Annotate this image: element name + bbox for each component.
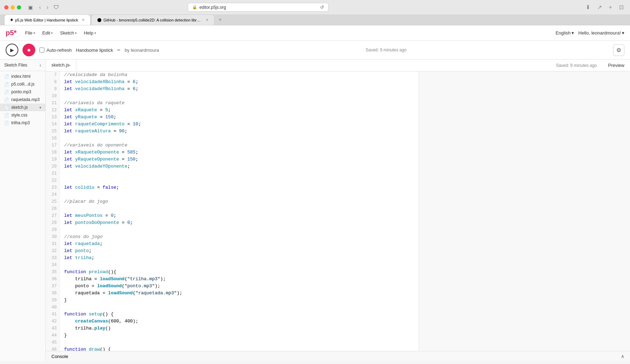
- code-line[interactable]: let pontosDoOponente = 0;: [64, 219, 414, 226]
- code-line[interactable]: let velocidadeYBolinha = 6;: [64, 86, 414, 93]
- preview-label: Preview: [603, 60, 630, 71]
- tab2-close[interactable]: ✕: [206, 18, 208, 22]
- code-line[interactable]: }: [64, 297, 414, 304]
- close-button[interactable]: [4, 5, 8, 10]
- code-line[interactable]: [64, 205, 414, 212]
- new-tab-plus[interactable]: +: [217, 14, 224, 25]
- code-line[interactable]: let colidiu = false;: [64, 184, 414, 191]
- file-item-trilha[interactable]: 📄 trilha.mp3: [0, 119, 45, 127]
- line-number: 7: [49, 71, 57, 79]
- file-icon-ponto: 📄: [4, 90, 9, 94]
- maximize-button[interactable]: [17, 5, 21, 10]
- code-line[interactable]: let velocidadeYOponente;: [64, 163, 414, 170]
- share-button[interactable]: ↗: [595, 3, 604, 11]
- file-menu-arrow: ▾: [33, 31, 35, 35]
- file-name-raquetada: raquetada.mp3: [11, 97, 40, 102]
- address-bar[interactable]: 🔒 editor.p5js.org ↺: [188, 3, 329, 12]
- sidebar-toggle-btn[interactable]: ▣: [27, 4, 34, 11]
- code-editor[interactable]: 7891011121314151617181920212223242526272…: [46, 71, 419, 351]
- line-numbers: 7891011121314151617181920212223242526272…: [46, 71, 60, 351]
- code-line[interactable]: let meusPontos = 0;: [64, 212, 414, 219]
- menu-file[interactable]: File ▾: [22, 29, 38, 37]
- code-line[interactable]: let yRaquete = 150;: [64, 114, 414, 121]
- editor-tab-sketch[interactable]: sketch.js•: [46, 59, 76, 71]
- code-line[interactable]: [64, 135, 414, 142]
- code-line[interactable]: [64, 262, 414, 269]
- code-line[interactable]: [64, 339, 414, 346]
- code-line[interactable]: let raqueteAltura = 90;: [64, 128, 414, 135]
- tab1-close[interactable]: ✕: [82, 18, 85, 22]
- app-logo: p5*: [6, 29, 17, 37]
- code-line[interactable]: [64, 226, 414, 233]
- menu-sketch[interactable]: Sketch ▾: [57, 29, 80, 37]
- tab-github[interactable]: ⬤ GitHub - bmoren/p5.collide2D: A collis…: [91, 14, 214, 25]
- settings-button[interactable]: ⚙: [613, 44, 624, 56]
- stop-button[interactable]: ■: [23, 44, 35, 56]
- console-bar[interactable]: Console ∧: [46, 351, 630, 361]
- code-line[interactable]: function draw() {: [64, 346, 414, 351]
- editor-tab-label: sketch.js: [51, 62, 69, 68]
- new-tab-button[interactable]: +: [607, 3, 614, 11]
- file-item-index-html[interactable]: 📄 index.html: [0, 73, 45, 80]
- menu-edit[interactable]: Edit ▾: [39, 29, 56, 37]
- user-menu[interactable]: Hello, leonardmoura! ▾: [578, 30, 624, 36]
- code-content[interactable]: //velocidade da bolinhalet velocidadeXBo…: [60, 71, 419, 351]
- file-icon-index: 📄: [4, 74, 9, 79]
- code-line[interactable]: let raqueteComprimento = 10;: [64, 121, 414, 128]
- code-line[interactable]: raquetada = loadSound("raquetada.mp3");: [64, 290, 414, 297]
- sidebar-collapse-button[interactable]: ‹: [39, 62, 41, 68]
- language-selector[interactable]: English ▾: [556, 30, 574, 36]
- code-line[interactable]: //velocidade da bolinha: [64, 71, 414, 79]
- code-line[interactable]: [64, 304, 414, 311]
- code-line[interactable]: let yRaqueteOponente = 150;: [64, 156, 414, 163]
- more-button[interactable]: ⊡: [617, 3, 626, 11]
- line-number: 35: [49, 269, 57, 276]
- code-line[interactable]: //sons do jogo: [64, 233, 414, 240]
- code-line[interactable]: //placar do jogo: [64, 198, 414, 205]
- code-line[interactable]: [64, 170, 414, 177]
- play-button[interactable]: ▶: [6, 44, 18, 56]
- menu-help[interactable]: Help ▾: [81, 29, 99, 37]
- line-number: 14: [49, 121, 57, 128]
- code-line[interactable]: trilha.play(): [64, 325, 414, 332]
- file-icon-raquetada: 📄: [4, 98, 9, 102]
- file-item-p5collide[interactable]: 📄 p5.colli...d.js: [0, 80, 45, 88]
- code-line[interactable]: //variaveis do oponente: [64, 142, 414, 149]
- edit-sketch-name-icon[interactable]: ✏: [117, 48, 120, 52]
- file-item-ponto[interactable]: 📄 ponto.mp3: [0, 88, 45, 96]
- file-item-sketch[interactable]: 📄 sketch.js ▾: [0, 103, 45, 111]
- code-line[interactable]: [64, 177, 414, 184]
- code-line[interactable]: createCanvas(600, 400);: [64, 318, 414, 325]
- refresh-button[interactable]: ↺: [320, 5, 324, 10]
- code-line[interactable]: let xRaqueteOponente = 585;: [64, 149, 414, 156]
- file-item-style[interactable]: 📄 style.css: [0, 111, 45, 119]
- code-line[interactable]: let trilha;: [64, 255, 414, 262]
- code-line[interactable]: let ponto;: [64, 247, 414, 255]
- line-number: 19: [49, 156, 57, 163]
- line-number: 13: [49, 114, 57, 121]
- code-line[interactable]: trilha = loadSound("trilha.mp3");: [64, 276, 414, 283]
- code-line[interactable]: function preload(){: [64, 269, 414, 276]
- code-line[interactable]: }: [64, 332, 414, 339]
- back-button[interactable]: ‹: [37, 4, 43, 11]
- minimize-button[interactable]: [11, 5, 15, 10]
- editor-tabs: sketch.js• Saved: 9 minutes ago Preview: [46, 59, 630, 71]
- tab2-favicon: ⬤: [97, 18, 101, 22]
- code-line[interactable]: [64, 191, 414, 198]
- code-line[interactable]: [64, 93, 414, 100]
- forward-button[interactable]: ›: [44, 4, 50, 11]
- code-line[interactable]: let raquetada;: [64, 240, 414, 247]
- downloads-button[interactable]: ⬇: [584, 3, 592, 11]
- code-line[interactable]: let xRaquete = 5;: [64, 107, 414, 114]
- auto-refresh-checkbox[interactable]: [39, 48, 44, 52]
- line-number: 15: [49, 128, 57, 135]
- code-line[interactable]: ponto = loadSound("ponto.mp3");: [64, 283, 414, 290]
- line-number: 18: [49, 149, 57, 156]
- code-line[interactable]: function setup() {: [64, 311, 414, 318]
- code-line[interactable]: //variaveis da raquete: [64, 100, 414, 107]
- file-item-raquetada[interactable]: 📄 raquetada.mp3: [0, 96, 45, 103]
- help-menu-arrow: ▾: [94, 31, 96, 35]
- console-collapse-icon[interactable]: ∧: [621, 353, 624, 359]
- code-line[interactable]: let velocidadeXBolinha = 6;: [64, 79, 414, 86]
- tab-p5js[interactable]: ✱ p5.js Web Editor | Handsome lipstick ✕: [4, 14, 91, 25]
